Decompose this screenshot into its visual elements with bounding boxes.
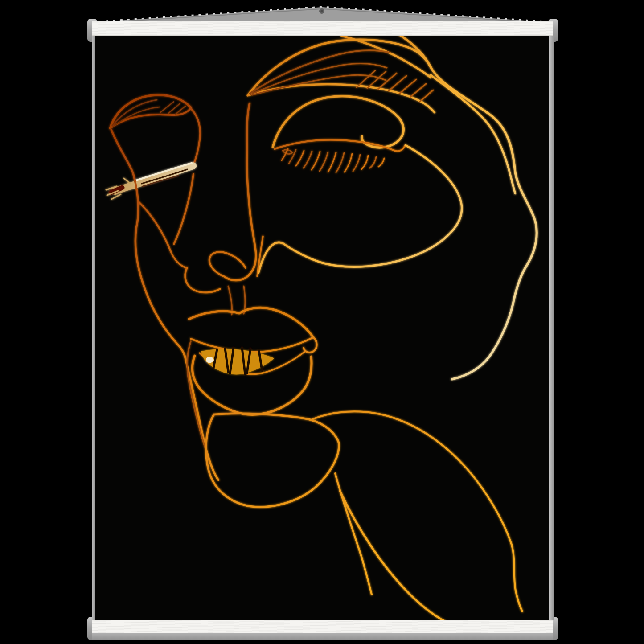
lash-12 <box>370 157 376 168</box>
poster-right-edge <box>549 36 554 620</box>
left-eye-under-1 <box>138 201 171 251</box>
lash-11 <box>361 156 368 169</box>
lash-4 <box>304 151 312 168</box>
lash-13 <box>378 158 384 167</box>
right-eye-lid <box>275 140 395 151</box>
lash-6 <box>320 152 328 171</box>
lash-5 <box>312 152 320 170</box>
right-brow-top <box>248 40 431 95</box>
lash-9 <box>345 154 352 172</box>
lip-seam-top <box>191 337 313 352</box>
head-outline-right <box>398 36 537 379</box>
top-hanger-bar <box>92 21 553 36</box>
below-mouth-left <box>185 357 218 480</box>
face-line-art <box>106 36 537 620</box>
artwork-svg <box>95 36 549 620</box>
right-brow-tick-5 <box>399 79 416 94</box>
poster-artwork <box>95 36 549 620</box>
hanger-knob-center <box>321 10 323 12</box>
left-lash-main <box>115 166 193 191</box>
brow-tail-parallel <box>431 75 515 193</box>
left-lash-spike-3 <box>111 194 121 199</box>
lash-10 <box>353 155 360 171</box>
upper-lip <box>189 308 313 337</box>
back-neck <box>340 491 445 620</box>
left-eye-under-2 <box>174 174 193 244</box>
right-brow-tick-7 <box>420 90 433 102</box>
right-eye-corner-join <box>395 144 406 151</box>
nose-point-join <box>171 251 186 268</box>
bottom-hanger-bar <box>92 620 553 635</box>
chin-oval <box>206 414 339 507</box>
lash-7 <box>328 152 336 172</box>
lash-3 <box>296 151 304 166</box>
lash-8 <box>336 153 344 172</box>
poster-mockup-scene <box>0 0 644 644</box>
cheek-curve <box>258 145 462 273</box>
left-lash-spike-4 <box>124 178 130 184</box>
right-brow-tick-6 <box>410 84 426 97</box>
nose-tip-loop <box>209 252 246 277</box>
jaw-right-neck <box>312 411 522 611</box>
left-brow-tail <box>191 108 200 166</box>
bottom-rail-shadow <box>92 633 553 640</box>
right-brow-tick-1 <box>357 70 375 87</box>
poster-left-edge <box>92 36 95 620</box>
